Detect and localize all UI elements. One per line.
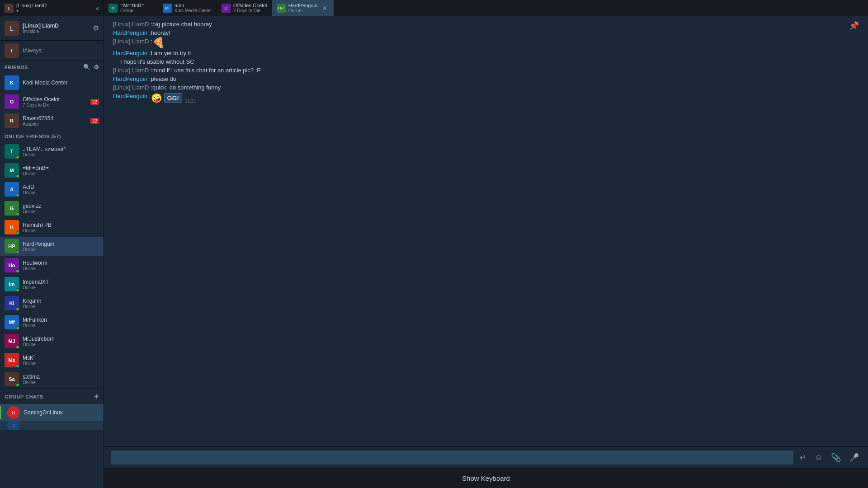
msg-3: [Linux] LiamD : 🍕 [113, 38, 859, 48]
friend-mrbob[interactable]: M =Mr=BnB= Online [0, 161, 104, 180]
geovizz-avatar-wrap: G [5, 201, 19, 216]
attach-btn[interactable]: 📎 [829, 451, 843, 465]
msg-7-text: quick, do something funny [152, 84, 221, 91]
mrbob-name: =Mr=BnB= [23, 165, 49, 171]
collapse-sidebar-btn[interactable]: « [95, 5, 99, 12]
friend-offsides[interactable]: O Offsides Ocelot 7 Days to Die 22 [0, 92, 104, 111]
group-gol[interactable]: G GamingOnLinux [0, 404, 104, 421]
mrbob-online-dot [16, 174, 19, 178]
friends-label: FRIENDS [5, 65, 28, 70]
msg-7-sender: [Linux] LiamD [113, 84, 149, 91]
chat-input-bar: ↵ ☺ 📎 🎤 [104, 446, 868, 468]
chat-input-field[interactable] [111, 450, 793, 465]
friend-houtworm[interactable]: Ho Houtworm Online [0, 256, 104, 275]
mrjust-name: MrJustreborn [23, 336, 55, 342]
user-tab-name: [Linux] LiamD [16, 3, 47, 8]
mrbob-avatar-wrap: M [5, 163, 19, 178]
imperialxt-status: Online [23, 285, 49, 290]
mic-btn[interactable]: 🎤 [847, 451, 861, 465]
tab-sub-mrbob: Online [120, 8, 144, 13]
mrjust-online-dot [16, 345, 19, 349]
msg-6-text: please do [151, 75, 176, 82]
friend-kirgahn[interactable]: Ki Kirgahn Online [0, 294, 104, 313]
friend-acid[interactable]: A AcID Online [0, 180, 104, 199]
saltima-name: saltima [23, 374, 40, 380]
raven-notification: 22 [90, 118, 99, 124]
msg-8-gg: 🤪 GG! [151, 93, 182, 103]
group-extra[interactable]: ? [0, 421, 104, 430]
friend-imperialxt[interactable]: Im ImperialXT Online [0, 275, 104, 294]
send-btn[interactable]: ↵ [798, 451, 808, 465]
tab-name-offsides: Offsides Ocelot [233, 3, 267, 8]
friend-geovizz[interactable]: G geovizz Online [0, 199, 104, 218]
kodi-avatar-wrap: K [5, 75, 19, 90]
emoji-btn[interactable]: ☺ [813, 451, 825, 464]
chat-add-btn[interactable]: 📌 [849, 21, 859, 31]
group-extra-bar [0, 421, 1, 430]
chat-messages: [Linux] LiamD : big picture chat hooray … [104, 16, 868, 446]
keyboard-bar[interactable]: Show Keyboard [104, 468, 868, 488]
houtworm-avatar-wrap: Ho [5, 258, 19, 272]
group-extra-avatar: ? [7, 421, 20, 430]
recent-ialways[interactable]: I IAlways: [0, 41, 104, 61]
msk-online-dot [16, 364, 19, 368]
hamish-online-dot [16, 231, 19, 235]
imperialxt-avatar-wrap: Im [5, 277, 19, 291]
kirgahn-avatar-wrap: Ki [5, 296, 19, 310]
msg-4-text: I am yet to try it [151, 50, 191, 56]
offsides-avatar: O [5, 94, 19, 109]
msg-2: HardPenguin : hooray! [113, 29, 859, 36]
tab-hardpenguin[interactable]: HP HardPenguin Online ✕ [272, 0, 334, 16]
tab-miro[interactable]: Mi miro Kodi Media Center [158, 0, 217, 16]
acid-status: Online [23, 190, 36, 195]
msg-5-text: mind if i use this chat for an article p… [152, 67, 261, 74]
tab-sub-offsides: 7 Days to Die [233, 8, 267, 13]
user-tab-dropdown[interactable]: ▾ [16, 8, 47, 13]
msg-4b-text: I hope it's usable without SC [120, 58, 194, 65]
msg-6-sender: HardPenguin [113, 75, 147, 82]
friend-mrjust[interactable]: MJ MrJustreborn Online [0, 332, 104, 351]
group-chats-label: GROUP CHATS [5, 394, 43, 399]
pin-icon[interactable]: 📌 [849, 21, 859, 30]
raven-sub: Assprite [23, 122, 53, 127]
raven-avatar-wrap: R [5, 113, 19, 128]
friends-settings-icon[interactable]: ⚙ [94, 64, 99, 70]
friend-kodi[interactable]: K Kodi Media Center [0, 73, 104, 92]
msg-1: [Linux] LiamD : big picture chat hooray [113, 21, 859, 28]
friend-saltima[interactable]: Sa saltima Online [0, 370, 104, 389]
tab-mrbob[interactable]: M =Mr=BnB= Online [104, 0, 158, 16]
group-active-bar [0, 406, 1, 419]
mrfunken-online-dot [16, 326, 19, 330]
friend-team[interactable]: T .:TEAM:. кимояй^ Online [0, 142, 104, 161]
gol-avatar: G [7, 406, 20, 419]
tab-close-hardpenguin[interactable]: ✕ [320, 4, 329, 13]
add-group-chat-btn[interactable]: + [94, 392, 99, 401]
settings-icon[interactable]: ⚙ [93, 24, 99, 33]
tab-avatar-offsides: O [222, 4, 231, 13]
tab-sub-hardpenguin: Online [288, 8, 317, 13]
friend-raven[interactable]: R Raven67854 Assprite 22 [0, 111, 104, 130]
tab-name-miro: miro [175, 3, 212, 8]
tab-avatar-mrbob: M [108, 4, 118, 13]
tab-name-hardpenguin: HardPenguin [288, 3, 317, 8]
friends-section-header: FRIENDS 🔍 ⚙ [0, 61, 104, 73]
saltima-avatar-wrap: Sa [5, 372, 19, 386]
group-chats-header[interactable]: GROUP CHATS + [0, 389, 104, 404]
chat-area: 📌 [Linux] LiamD : big picture chat hoora… [104, 16, 868, 488]
tab-offsides[interactable]: O Offsides Ocelot 7 Days to Die [217, 0, 272, 16]
team-online-dot [16, 155, 19, 159]
user-header: L [Linux] LiamD Invisible ⚙ [0, 16, 104, 41]
friends-search-icon[interactable]: 🔍 [83, 64, 91, 70]
team-status: Online [23, 152, 66, 157]
msg-1-sender: [Linux] LiamD [113, 21, 149, 28]
hamish-avatar-wrap: H [5, 220, 19, 235]
raven-avatar: R [5, 113, 19, 128]
hardpenguin-status: Online [23, 247, 54, 252]
msg-2-sender: HardPenguin [113, 29, 147, 36]
friend-hardpenguin[interactable]: HP HardPenguin Online [0, 237, 104, 256]
friend-mrfunken[interactable]: Mf MrFunken Online [0, 313, 104, 332]
friend-msk[interactable]: Ms MsKʾ Online [0, 351, 104, 370]
friend-hamish[interactable]: H HamishTPB Online [0, 218, 104, 237]
kodi-avatar: K [5, 75, 19, 90]
friends-list: T .:TEAM:. кимояй^ Online M =Mr=BnB= Onl… [0, 142, 104, 488]
